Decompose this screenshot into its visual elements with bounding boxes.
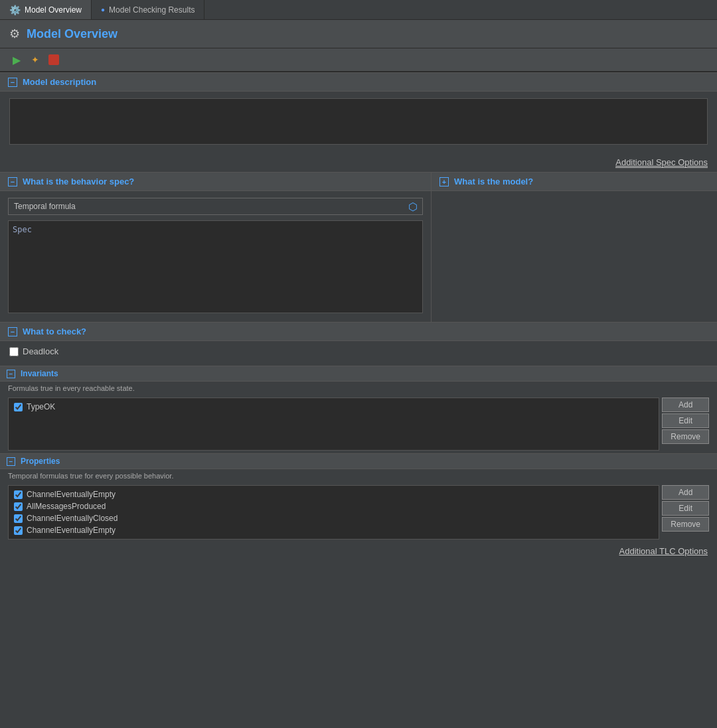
invariant-typeok-label: TypeOK <box>27 402 55 411</box>
config-button[interactable]: ✦ <box>28 52 42 67</box>
invariants-buttons: Add Edit Remove <box>659 398 709 451</box>
spec-options-bar: Additional Spec Options <box>0 153 717 172</box>
toolbar: ▶ ✦ <box>0 48 717 72</box>
model-column: + What is the model? <box>432 172 717 322</box>
tab-model-overview-label: Model Overview <box>25 5 82 15</box>
model-description-textarea[interactable] <box>9 98 708 145</box>
properties-collapse-icon: − <box>7 457 15 466</box>
properties-remove-button[interactable]: Remove <box>662 517 709 532</box>
model-description-area <box>0 92 717 153</box>
property-3-label: ChannelEventuallyEmpty <box>27 526 116 535</box>
invariant-typeok-checkbox[interactable] <box>14 403 23 411</box>
properties-items-row: ChannelEventuallyEmpty AllMessagesProduc… <box>8 485 709 540</box>
property-0-label: ChannelEventuallyEmpty <box>27 490 116 499</box>
invariants-title: Invariants <box>21 369 58 378</box>
property-3-checkbox[interactable] <box>14 526 23 535</box>
properties-list: ChannelEventuallyEmpty AllMessagesProduc… <box>8 485 659 540</box>
stop-icon <box>48 54 59 65</box>
model-description-collapse-icon: − <box>8 78 17 87</box>
behavior-spec-section-header[interactable]: − What is the behavior spec? <box>0 172 431 191</box>
content-area: − Model description Additional Spec Opti… <box>0 72 717 560</box>
property-item-2: ChannelEventuallyClosed <box>11 512 656 524</box>
play-icon: ▶ <box>13 54 21 66</box>
invariants-list: TypeOK <box>8 398 659 451</box>
formula-select[interactable]: Temporal formula <box>8 198 423 215</box>
model-description-section-header[interactable]: − Model description <box>0 72 717 92</box>
tab-model-checking-results-label: Model Checking Results <box>109 5 195 15</box>
property-1-label: AllMessagesProduced <box>27 502 106 511</box>
check-section: Deadlock <box>0 341 717 366</box>
property-item-1: AllMessagesProduced <box>11 500 656 512</box>
invariants-edit-button[interactable]: Edit <box>662 413 709 428</box>
invariants-items-row: TypeOK Add Edit Remove <box>8 398 709 451</box>
invariants-remove-button[interactable]: Remove <box>662 429 709 444</box>
deadlock-checkbox[interactable] <box>9 347 19 356</box>
deadlock-row: Deadlock <box>9 346 708 356</box>
invariant-item-typeok: TypeOK <box>11 401 656 413</box>
behavior-spec-title: What is the behavior spec? <box>23 177 134 186</box>
model-description-title: Model description <box>23 77 96 87</box>
tab-model-checking-results[interactable]: ● Model Checking Results <box>92 0 204 19</box>
invariants-section-header[interactable]: − Invariants <box>0 366 717 382</box>
properties-title: Properties <box>21 457 60 466</box>
property-2-checkbox[interactable] <box>14 514 23 523</box>
properties-section-header[interactable]: − Properties <box>0 453 717 469</box>
behavior-spec-collapse-icon: − <box>8 177 17 186</box>
model-overview-tab-icon: ⚙️ <box>9 5 21 15</box>
properties-buttons: Add Edit Remove <box>659 485 709 540</box>
model-section-header[interactable]: + What is the model? <box>432 172 717 191</box>
page-header: ⚙ Model Overview <box>0 20 717 48</box>
invariants-description: Formulas true in every reachable state. <box>0 382 717 395</box>
tab-model-overview[interactable]: ⚙️ Model Overview <box>0 0 92 19</box>
config-icon: ✦ <box>31 54 39 65</box>
what-to-check-collapse-icon: − <box>8 327 17 336</box>
model-section-title: What is the model? <box>454 177 533 186</box>
property-2-label: ChannelEventuallyClosed <box>27 514 118 523</box>
additional-spec-options-link[interactable]: Additional Spec Options <box>615 157 708 168</box>
deadlock-label: Deadlock <box>23 346 58 356</box>
page-header-icon: ⚙ <box>9 27 20 41</box>
property-item-0: ChannelEventuallyEmpty <box>11 488 656 500</box>
invariants-add-button[interactable]: Add <box>662 398 709 412</box>
property-item-3: ChannelEventuallyEmpty <box>11 524 656 536</box>
spec-textarea[interactable]: Spec <box>8 220 423 313</box>
invariants-collapse-icon: − <box>7 370 15 378</box>
property-1-checkbox[interactable] <box>14 502 23 511</box>
page-title: Model Overview <box>27 27 118 41</box>
behavior-spec-column: − What is the behavior spec? Temporal fo… <box>0 172 432 322</box>
what-to-check-section-header[interactable]: − What to check? <box>0 322 717 341</box>
stop-button[interactable] <box>46 52 61 67</box>
properties-add-button[interactable]: Add <box>662 485 709 500</box>
tab-bar: ⚙️ Model Overview ● Model Checking Resul… <box>0 0 717 20</box>
property-0-checkbox[interactable] <box>14 490 23 499</box>
two-column-layout: − What is the behavior spec? Temporal fo… <box>0 172 717 322</box>
properties-edit-button[interactable]: Edit <box>662 501 709 516</box>
properties-description: Temporal formulas true for every possibl… <box>0 469 717 482</box>
play-button[interactable]: ▶ <box>9 52 24 67</box>
what-to-check-title: What to check? <box>23 327 86 336</box>
model-section-collapse-icon: + <box>439 177 449 186</box>
additional-tlc-options-link[interactable]: Additional TLC Options <box>619 546 708 556</box>
model-checking-tab-icon: ● <box>101 6 105 13</box>
tlc-options-bar: Additional TLC Options <box>0 542 717 560</box>
formula-select-wrapper: Temporal formula <box>8 198 423 215</box>
behavior-spec-body: Temporal formula Spec <box>0 191 431 322</box>
